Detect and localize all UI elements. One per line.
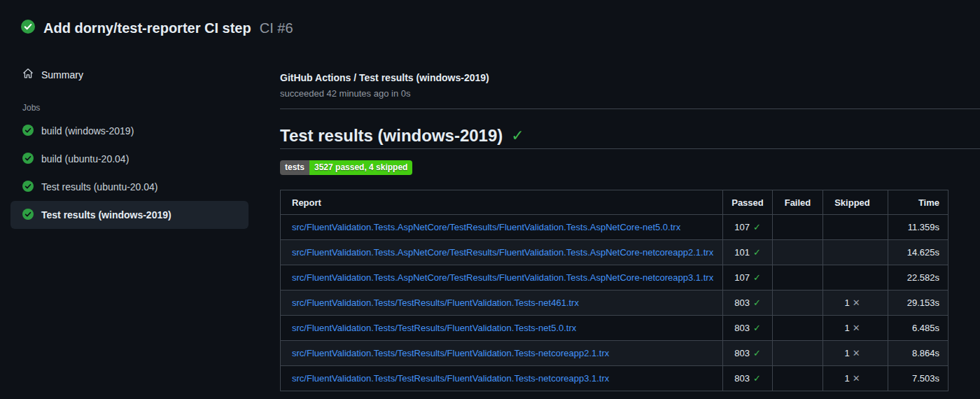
table-row: src/FluentValidation.Tests/TestResults/F… [281,316,948,341]
home-icon [22,68,34,81]
table-row: src/FluentValidation.Tests.AspNetCore/Te… [281,240,948,265]
tests-badge[interactable]: tests 3527 passed, 4 skipped [280,160,412,175]
report-link[interactable]: src/FluentValidation.Tests.AspNetCore/Te… [292,272,713,283]
table-row: src/FluentValidation.Tests.AspNetCore/Te… [281,215,948,240]
page-heading: Test results (windows-2019) ✓ [280,126,524,146]
failed-cell [773,366,823,391]
run-success-icon [21,20,35,36]
time-cell: 7.503s [888,366,948,391]
header-divider [280,108,980,109]
skipped-cell: 1✕ [823,290,888,316]
table-row: src/FluentValidation.Tests/TestResults/F… [281,290,948,316]
time-cell: 29.153s [888,290,948,316]
sidebar-job-item[interactable]: build (ubuntu-20.04) [10,145,248,173]
report-cell: src/FluentValidation.Tests/TestResults/F… [281,341,723,366]
sidebar: Summary Jobs build (windows-2019) build … [10,63,248,229]
skip-x-icon: ✕ [853,348,860,358]
tests-badge-value: 3527 passed, 4 skipped [309,160,412,175]
table-row: src/FluentValidation.Tests.AspNetCore/Te… [281,265,948,290]
pass-check-icon: ✓ [753,247,761,258]
passed-cell: 101✓ [723,240,773,265]
passed-cell: 803✓ [723,366,773,391]
report-link[interactable]: src/FluentValidation.Tests.AspNetCore/Te… [292,247,713,258]
run-title: Add dorny/test-reporter CI step [43,20,251,36]
results-table-wrap: Report Passed Failed Skipped Time src/Fl… [280,190,948,391]
failed-cell [773,316,823,341]
job-success-icon [22,209,34,222]
skip-x-icon: ✕ [853,323,860,333]
column-header-failed: Failed [773,190,823,215]
job-success-icon [22,153,34,166]
report-link[interactable]: src/FluentValidation.Tests/TestResults/F… [292,348,609,358]
report-cell: src/FluentValidation.Tests.AspNetCore/Te… [281,215,723,240]
sidebar-summary-label: Summary [41,69,83,80]
job-success-icon [22,181,34,194]
job-list: build (windows-2019) build (ubuntu-20.04… [10,117,248,229]
time-cell: 11.359s [888,215,948,240]
passed-cell: 107✓ [723,265,773,290]
job-label: Test results (ubuntu-20.04) [41,181,158,192]
report-link[interactable]: src/FluentValidation.Tests/TestResults/F… [292,323,576,333]
skipped-cell [823,265,888,290]
failed-cell [773,341,823,366]
time-cell: 22.582s [888,265,948,290]
skipped-cell [823,215,888,240]
table-header-row: Report Passed Failed Skipped Time [281,190,948,215]
passed-cell: 803✓ [723,341,773,366]
time-cell: 6.485s [888,316,948,341]
passed-cell: 803✓ [723,316,773,341]
job-success-icon [22,125,34,138]
heading-check-icon: ✓ [511,127,524,145]
column-header-passed: Passed [723,190,773,215]
column-header-report: Report [281,190,723,215]
pass-check-icon: ✓ [753,222,761,232]
report-link[interactable]: src/FluentValidation.Tests.AspNetCore/Te… [292,222,680,232]
skip-x-icon: ✕ [853,298,860,308]
run-status-line: succeeded 42 minutes ago in 0s [280,88,410,99]
job-label: Test results (windows-2019) [41,209,172,220]
pass-check-icon: ✓ [753,272,761,283]
heading-divider [280,148,980,149]
report-cell: src/FluentValidation.Tests/TestResults/F… [281,290,723,316]
report-link[interactable]: src/FluentValidation.Tests/TestResults/F… [292,298,579,308]
jobs-section-label: Jobs [22,103,248,113]
skipped-cell: 1✕ [823,366,888,391]
run-header: Add dorny/test-reporter CI step CI #6 [21,20,293,36]
column-header-skipped: Skipped [823,190,888,215]
failed-cell [773,240,823,265]
skipped-cell: 1✕ [823,341,888,366]
table-row: src/FluentValidation.Tests/TestResults/F… [281,341,948,366]
failed-cell [773,215,823,240]
failed-cell [773,265,823,290]
pass-check-icon: ✓ [753,348,761,358]
report-cell: src/FluentValidation.Tests/TestResults/F… [281,366,723,391]
tests-badge-label: tests [280,160,309,175]
passed-cell: 107✓ [723,215,773,240]
column-header-time: Time [888,190,948,215]
pass-check-icon: ✓ [753,373,761,384]
time-cell: 8.864s [888,341,948,366]
main-content: GitHub Actions / Test results (windows-2… [280,0,980,399]
skip-x-icon: ✕ [853,373,860,384]
job-label: build (ubuntu-20.04) [41,153,129,164]
sidebar-job-item[interactable]: Test results (windows-2019) [10,201,248,229]
job-label: build (windows-2019) [41,125,134,136]
report-cell: src/FluentValidation.Tests.AspNetCore/Te… [281,240,723,265]
failed-cell [773,290,823,316]
sidebar-item-summary[interactable]: Summary [10,63,248,86]
check-run-breadcrumb: GitHub Actions / Test results (windows-2… [280,72,489,83]
table-row: src/FluentValidation.Tests/TestResults/F… [281,366,948,391]
time-cell: 14.625s [888,240,948,265]
skipped-cell [823,240,888,265]
report-cell: src/FluentValidation.Tests/TestResults/F… [281,316,723,341]
sidebar-job-item[interactable]: build (windows-2019) [10,117,248,145]
passed-cell: 803✓ [723,290,773,316]
pass-check-icon: ✓ [753,298,761,308]
report-link[interactable]: src/FluentValidation.Tests/TestResults/F… [292,373,609,384]
sidebar-job-item[interactable]: Test results (ubuntu-20.04) [10,173,248,201]
skipped-cell: 1✕ [823,316,888,341]
results-table: Report Passed Failed Skipped Time src/Fl… [280,190,948,391]
page-heading-text: Test results (windows-2019) [280,126,503,146]
pass-check-icon: ✓ [753,323,761,333]
report-cell: src/FluentValidation.Tests.AspNetCore/Te… [281,265,723,290]
